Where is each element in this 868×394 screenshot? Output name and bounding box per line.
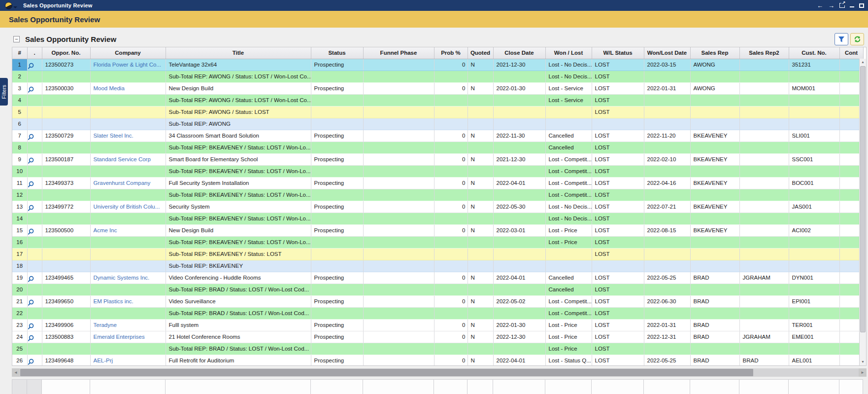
cell-cust[interactable]: AEL001	[789, 355, 839, 366]
cell-rep[interactable]: AWONG	[690, 59, 739, 71]
cell-cust[interactable]: EPI001	[789, 295, 839, 307]
cell-wldate[interactable]: 2022-01-31	[644, 319, 690, 331]
cell-prob[interactable]: 0	[434, 177, 467, 189]
cell-title[interactable]: Video Surveillance	[166, 295, 311, 307]
cell-prob[interactable]: 0	[434, 319, 467, 331]
cell-rep[interactable]: BRAD	[690, 355, 739, 366]
cell-rep2[interactable]	[739, 295, 789, 307]
cell-status[interactable]: Prospecting	[311, 319, 363, 331]
cell-wlstatus[interactable]: LOST	[592, 272, 644, 284]
cell-wonlost[interactable]: Lost - Competit...	[545, 295, 592, 307]
cell-rep[interactable]: BKEAVENEY	[690, 201, 739, 213]
cell-status[interactable]: Prospecting	[311, 295, 363, 307]
cell-wldate[interactable]: 2022-11-20	[644, 130, 690, 142]
cell-funnel[interactable]	[363, 177, 434, 189]
cell-rep2[interactable]	[739, 153, 789, 165]
lookup-magnifier-icon[interactable]	[28, 335, 34, 342]
column-header-cust-no[interactable]: Cust. No.	[789, 47, 839, 59]
row-number-cell[interactable]: 7	[12, 130, 27, 142]
cell-rep[interactable]: BKEAVENEY	[690, 177, 739, 189]
cell-wlstatus[interactable]: LOST	[592, 355, 644, 366]
column-header-funnel-phase[interactable]: Funnel Phase	[363, 47, 434, 59]
row-number-cell[interactable]: 23	[12, 319, 27, 331]
cell-rep2[interactable]	[739, 130, 789, 142]
cell-prob[interactable]: 0	[434, 201, 467, 213]
cell-prob[interactable]: 0	[434, 355, 467, 366]
cell-wlstatus[interactable]: LOST	[592, 177, 644, 189]
cell-cust[interactable]: SLI001	[789, 130, 839, 142]
cell-title[interactable]: Full Security System Installation	[166, 177, 311, 189]
cell-oppor[interactable]: 123499772	[42, 201, 90, 213]
cell-wldate[interactable]: 2022-12-31	[644, 331, 690, 343]
cell-close[interactable]: 2022-03-01	[493, 224, 545, 236]
cell-oppor[interactable]: 123500030	[42, 82, 90, 94]
cell-close[interactable]: 2022-01-30	[493, 319, 545, 331]
cell-close[interactable]: 2022-11-30	[493, 130, 545, 142]
column-header-close-date[interactable]: Close Date	[493, 47, 545, 59]
column-header-quoted[interactable]: Quoted	[467, 47, 493, 59]
cell-status[interactable]: Prospecting	[311, 272, 363, 284]
cell-company[interactable]: Florida Power & Light Co...	[90, 59, 166, 71]
cell-title[interactable]: Security System	[166, 201, 311, 213]
scroll-up-icon[interactable]: ▲	[860, 59, 866, 66]
cell-status[interactable]: Prospecting	[311, 153, 363, 165]
scroll-left-icon[interactable]: ◄	[12, 368, 20, 377]
row-number-cell[interactable]: 1	[12, 59, 27, 71]
cell-prob[interactable]: 0	[434, 82, 467, 94]
lookup-magnifier-icon[interactable]	[28, 228, 34, 235]
cell-close[interactable]: 2021-12-30	[493, 59, 545, 71]
company-link[interactable]: Standard Service Corp	[94, 156, 151, 162]
cell-funnel[interactable]	[363, 82, 434, 94]
cell-title[interactable]: Full Retrofit for Auditorium	[166, 355, 311, 366]
cell-oppor[interactable]: 123500883	[42, 331, 90, 343]
cell-status[interactable]: Prospecting	[311, 59, 363, 71]
lookup-cell[interactable]	[27, 130, 42, 142]
row-number-cell[interactable]: 15	[12, 224, 27, 236]
row-number-cell[interactable]: 8	[12, 142, 27, 153]
column-header-won-lost-date[interactable]: Won/Lost Date	[644, 47, 690, 59]
cell-close[interactable]: 2022-05-30	[493, 201, 545, 213]
cell-funnel[interactable]	[363, 153, 434, 165]
cell-wlstatus[interactable]: LOST	[592, 59, 644, 71]
cell-funnel[interactable]	[363, 355, 434, 366]
cell-oppor[interactable]: 123499648	[42, 355, 90, 366]
cell-wonlost[interactable]: Lost - No Decis...	[545, 201, 592, 213]
cell-company[interactable]: Teradyne	[90, 319, 166, 331]
cell-prob[interactable]: 0	[434, 272, 467, 284]
cell-rep[interactable]: BRAD	[690, 331, 739, 343]
cell-title[interactable]: New Design Build	[166, 82, 311, 94]
cell-status[interactable]: Prospecting	[311, 224, 363, 236]
cell-prob[interactable]: 0	[434, 59, 467, 71]
row-number-cell[interactable]: 9	[12, 153, 27, 165]
company-link[interactable]: AEL-Prj	[94, 358, 113, 363]
column-header-prob[interactable]: Prob %	[434, 47, 467, 59]
cell-quoted[interactable]: N	[467, 201, 493, 213]
cell-close[interactable]: 2022-04-01	[493, 355, 545, 366]
cell-funnel[interactable]	[363, 295, 434, 307]
cell-funnel[interactable]	[363, 224, 434, 236]
cell-oppor[interactable]: 123499906	[42, 319, 90, 331]
vertical-scroll-thumb[interactable]	[860, 66, 866, 332]
cell-wonlost[interactable]: Lost - Status Q...	[545, 355, 592, 366]
row-number-cell[interactable]: 16	[12, 236, 27, 248]
back-arrow-icon[interactable]: ←	[817, 2, 823, 9]
cell-wonlost[interactable]: Cancelled	[545, 272, 592, 284]
lookup-cell[interactable]	[27, 224, 42, 236]
cell-rep2[interactable]	[739, 82, 789, 94]
cell-wldate[interactable]: 2022-04-16	[644, 177, 690, 189]
cell-wldate[interactable]: 2022-05-25	[644, 272, 690, 284]
cell-oppor[interactable]: 123499650	[42, 295, 90, 307]
scroll-right-icon[interactable]: ►	[859, 368, 867, 377]
column-header-company[interactable]: Company	[90, 47, 166, 59]
lookup-magnifier-icon[interactable]	[28, 299, 34, 306]
cell-quoted[interactable]: N	[467, 272, 493, 284]
cell-funnel[interactable]	[363, 59, 434, 71]
lookup-magnifier-icon[interactable]	[28, 276, 34, 283]
cell-close[interactable]: 2022-04-01	[493, 272, 545, 284]
lookup-magnifier-icon[interactable]	[28, 86, 34, 93]
cell-wlstatus[interactable]: LOST	[592, 130, 644, 142]
row-number-cell[interactable]: 12	[12, 189, 27, 201]
collapse-section-icon[interactable]: −	[13, 36, 20, 42]
cell-oppor[interactable]: 123499465	[42, 272, 90, 284]
cell-close[interactable]: 2022-12-30	[493, 331, 545, 343]
